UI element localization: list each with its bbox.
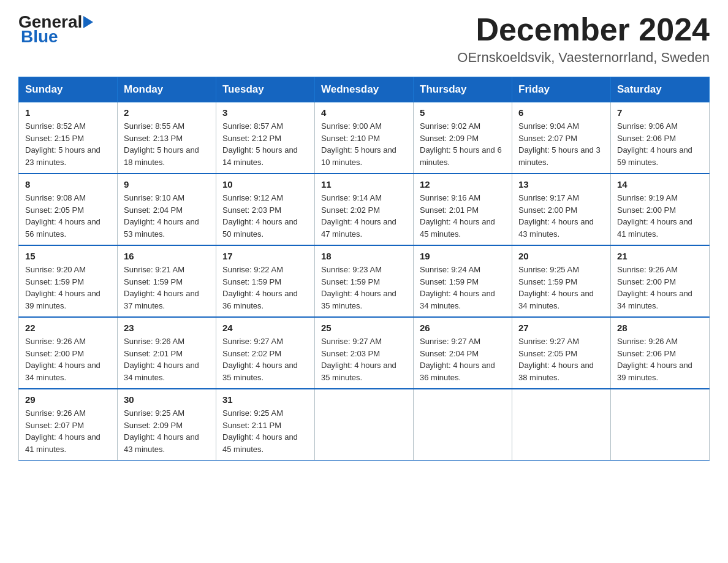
day-number: 2 bbox=[124, 107, 210, 118]
calendar-cell: 21Sunrise: 9:26 AMSunset: 2:00 PMDayligh… bbox=[611, 245, 710, 317]
calendar-cell: 13Sunrise: 9:17 AMSunset: 2:00 PMDayligh… bbox=[512, 174, 611, 245]
day-info: Sunrise: 9:21 AMSunset: 1:59 PMDaylight:… bbox=[124, 264, 210, 312]
calendar-cell: 16Sunrise: 9:21 AMSunset: 1:59 PMDayligh… bbox=[118, 245, 216, 317]
day-number: 11 bbox=[321, 179, 407, 190]
day-info: Sunrise: 9:27 AMSunset: 2:04 PMDaylight:… bbox=[420, 335, 506, 383]
day-number: 23 bbox=[124, 323, 210, 333]
day-info: Sunrise: 9:25 AMSunset: 2:09 PMDaylight:… bbox=[124, 407, 210, 455]
calendar-cell: 18Sunrise: 9:23 AMSunset: 1:59 PMDayligh… bbox=[315, 245, 414, 317]
calendar-cell bbox=[315, 389, 414, 461]
calendar-cell: 19Sunrise: 9:24 AMSunset: 1:59 PMDayligh… bbox=[414, 245, 512, 317]
day-info: Sunrise: 9:24 AMSunset: 1:59 PMDaylight:… bbox=[420, 264, 506, 312]
day-info: Sunrise: 9:12 AMSunset: 2:03 PMDaylight:… bbox=[222, 192, 308, 240]
calendar-cell: 8Sunrise: 9:08 AMSunset: 2:05 PMDaylight… bbox=[19, 174, 118, 245]
weekday-header-monday: Monday bbox=[118, 77, 216, 102]
day-info: Sunrise: 9:04 AMSunset: 2:07 PMDaylight:… bbox=[518, 120, 604, 168]
calendar-cell: 5Sunrise: 9:02 AMSunset: 2:09 PMDaylight… bbox=[414, 102, 512, 174]
weekday-header-tuesday: Tuesday bbox=[216, 77, 315, 102]
weekday-header-sunday: Sunday bbox=[19, 77, 118, 102]
location-title: OErnskoeldsvik, Vaesternorrland, Sweden bbox=[457, 50, 710, 66]
day-info: Sunrise: 9:27 AMSunset: 2:03 PMDaylight:… bbox=[321, 335, 407, 383]
title-area: December 2024 OErnskoeldsvik, Vaesternor… bbox=[457, 12, 710, 66]
calendar-cell: 14Sunrise: 9:19 AMSunset: 2:00 PMDayligh… bbox=[611, 174, 710, 245]
page-header: General Blue December 2024 OErnskoeldsvi… bbox=[18, 12, 710, 66]
calendar-week-row: 15Sunrise: 9:20 AMSunset: 1:59 PMDayligh… bbox=[19, 245, 710, 317]
calendar-cell: 4Sunrise: 9:00 AMSunset: 2:10 PMDaylight… bbox=[315, 102, 414, 174]
day-info: Sunrise: 9:25 AMSunset: 2:11 PMDaylight:… bbox=[222, 407, 308, 455]
day-number: 16 bbox=[124, 251, 210, 261]
day-info: Sunrise: 9:26 AMSunset: 2:06 PMDaylight:… bbox=[617, 335, 703, 383]
calendar-cell: 9Sunrise: 9:10 AMSunset: 2:04 PMDaylight… bbox=[118, 174, 216, 245]
logo-blue-text: Blue bbox=[18, 27, 58, 47]
day-info: Sunrise: 9:26 AMSunset: 2:01 PMDaylight:… bbox=[124, 335, 210, 383]
day-info: Sunrise: 9:08 AMSunset: 2:05 PMDaylight:… bbox=[25, 192, 111, 240]
day-number: 15 bbox=[25, 251, 111, 261]
calendar-cell: 3Sunrise: 8:57 AMSunset: 2:12 PMDaylight… bbox=[216, 102, 315, 174]
day-info: Sunrise: 9:26 AMSunset: 2:07 PMDaylight:… bbox=[25, 407, 111, 455]
calendar-cell: 31Sunrise: 9:25 AMSunset: 2:11 PMDayligh… bbox=[216, 389, 315, 461]
calendar-cell: 20Sunrise: 9:25 AMSunset: 1:59 PMDayligh… bbox=[512, 245, 611, 317]
calendar-week-row: 1Sunrise: 8:52 AMSunset: 2:15 PMDaylight… bbox=[19, 102, 710, 174]
day-number: 29 bbox=[25, 394, 111, 405]
day-number: 24 bbox=[222, 323, 308, 333]
calendar-week-row: 22Sunrise: 9:26 AMSunset: 2:00 PMDayligh… bbox=[19, 317, 710, 389]
day-info: Sunrise: 9:17 AMSunset: 2:00 PMDaylight:… bbox=[518, 192, 604, 240]
calendar-week-row: 29Sunrise: 9:26 AMSunset: 2:07 PMDayligh… bbox=[19, 389, 710, 461]
weekday-header-friday: Friday bbox=[512, 77, 611, 102]
day-number: 25 bbox=[321, 323, 407, 333]
logo-arrow-icon bbox=[83, 16, 93, 28]
weekday-header-thursday: Thursday bbox=[414, 77, 512, 102]
day-number: 18 bbox=[321, 251, 407, 261]
day-info: Sunrise: 9:22 AMSunset: 1:59 PMDaylight:… bbox=[222, 264, 308, 312]
day-number: 20 bbox=[518, 251, 604, 261]
calendar-cell: 25Sunrise: 9:27 AMSunset: 2:03 PMDayligh… bbox=[315, 317, 414, 389]
calendar-cell: 17Sunrise: 9:22 AMSunset: 1:59 PMDayligh… bbox=[216, 245, 315, 317]
day-number: 30 bbox=[124, 394, 210, 405]
day-number: 27 bbox=[518, 323, 604, 333]
calendar-table: SundayMondayTuesdayWednesdayThursdayFrid… bbox=[18, 77, 710, 461]
day-number: 28 bbox=[617, 323, 703, 333]
day-info: Sunrise: 8:55 AMSunset: 2:13 PMDaylight:… bbox=[124, 120, 210, 168]
day-info: Sunrise: 8:57 AMSunset: 2:12 PMDaylight:… bbox=[222, 120, 308, 168]
day-number: 13 bbox=[518, 179, 604, 190]
day-info: Sunrise: 9:26 AMSunset: 2:00 PMDaylight:… bbox=[617, 264, 703, 312]
day-number: 12 bbox=[420, 179, 506, 190]
calendar-cell bbox=[512, 389, 611, 461]
calendar-cell: 2Sunrise: 8:55 AMSunset: 2:13 PMDaylight… bbox=[118, 102, 216, 174]
day-info: Sunrise: 9:14 AMSunset: 2:02 PMDaylight:… bbox=[321, 192, 407, 240]
weekday-header-wednesday: Wednesday bbox=[315, 77, 414, 102]
day-info: Sunrise: 9:27 AMSunset: 2:05 PMDaylight:… bbox=[518, 335, 604, 383]
day-info: Sunrise: 9:25 AMSunset: 1:59 PMDaylight:… bbox=[518, 264, 604, 312]
day-info: Sunrise: 8:52 AMSunset: 2:15 PMDaylight:… bbox=[25, 120, 111, 168]
calendar-cell: 27Sunrise: 9:27 AMSunset: 2:05 PMDayligh… bbox=[512, 317, 611, 389]
calendar-cell: 11Sunrise: 9:14 AMSunset: 2:02 PMDayligh… bbox=[315, 174, 414, 245]
day-info: Sunrise: 9:06 AMSunset: 2:06 PMDaylight:… bbox=[617, 120, 703, 168]
day-info: Sunrise: 9:10 AMSunset: 2:04 PMDaylight:… bbox=[124, 192, 210, 240]
day-number: 31 bbox=[222, 394, 308, 405]
day-info: Sunrise: 9:16 AMSunset: 2:01 PMDaylight:… bbox=[420, 192, 506, 240]
day-info: Sunrise: 9:02 AMSunset: 2:09 PMDaylight:… bbox=[420, 120, 506, 168]
day-info: Sunrise: 9:27 AMSunset: 2:02 PMDaylight:… bbox=[222, 335, 308, 383]
month-title: December 2024 bbox=[457, 12, 710, 47]
day-number: 17 bbox=[222, 251, 308, 261]
calendar-week-row: 8Sunrise: 9:08 AMSunset: 2:05 PMDaylight… bbox=[19, 174, 710, 245]
day-number: 1 bbox=[25, 107, 111, 118]
day-number: 26 bbox=[420, 323, 506, 333]
calendar-cell: 6Sunrise: 9:04 AMSunset: 2:07 PMDaylight… bbox=[512, 102, 611, 174]
day-info: Sunrise: 9:19 AMSunset: 2:00 PMDaylight:… bbox=[617, 192, 703, 240]
calendar-cell: 26Sunrise: 9:27 AMSunset: 2:04 PMDayligh… bbox=[414, 317, 512, 389]
day-info: Sunrise: 9:26 AMSunset: 2:00 PMDaylight:… bbox=[25, 335, 111, 383]
calendar-cell: 23Sunrise: 9:26 AMSunset: 2:01 PMDayligh… bbox=[118, 317, 216, 389]
calendar-cell bbox=[611, 389, 710, 461]
day-number: 5 bbox=[420, 107, 506, 118]
day-info: Sunrise: 9:20 AMSunset: 1:59 PMDaylight:… bbox=[25, 264, 111, 312]
calendar-cell: 10Sunrise: 9:12 AMSunset: 2:03 PMDayligh… bbox=[216, 174, 315, 245]
day-number: 7 bbox=[617, 107, 703, 118]
weekday-header-row: SundayMondayTuesdayWednesdayThursdayFrid… bbox=[19, 77, 710, 102]
calendar-cell: 12Sunrise: 9:16 AMSunset: 2:01 PMDayligh… bbox=[414, 174, 512, 245]
day-number: 10 bbox=[222, 179, 308, 190]
day-number: 22 bbox=[25, 323, 111, 333]
calendar-cell: 15Sunrise: 9:20 AMSunset: 1:59 PMDayligh… bbox=[19, 245, 118, 317]
calendar-cell: 29Sunrise: 9:26 AMSunset: 2:07 PMDayligh… bbox=[19, 389, 118, 461]
calendar-cell: 24Sunrise: 9:27 AMSunset: 2:02 PMDayligh… bbox=[216, 317, 315, 389]
